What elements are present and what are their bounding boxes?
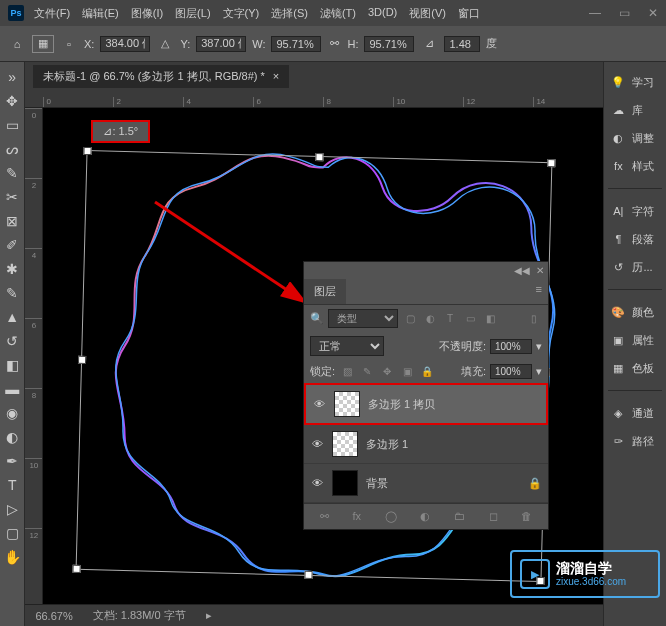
minimize-button[interactable]: — xyxy=(589,6,601,20)
gradient-tool[interactable]: ▬ xyxy=(1,378,23,400)
lock-position-icon[interactable]: ✥ xyxy=(379,365,395,379)
history-brush-tool[interactable]: ↺ xyxy=(1,330,23,352)
expand-icon[interactable]: » xyxy=(1,66,23,88)
menu-image[interactable]: 图像(I) xyxy=(131,6,163,21)
panel-properties[interactable]: ▣属性 xyxy=(608,330,662,350)
panel-paragraph[interactable]: ¶段落 xyxy=(608,229,662,249)
lasso-tool[interactable]: ᔕ xyxy=(1,138,23,160)
tab-close-icon[interactable]: × xyxy=(273,70,279,82)
brush-tool[interactable]: ✎ xyxy=(1,282,23,304)
panel-paths[interactable]: ✑路径 xyxy=(608,431,662,451)
filter-pixel-icon[interactable]: ▢ xyxy=(402,312,418,326)
menu-layer[interactable]: 图层(L) xyxy=(175,6,210,21)
panel-channels[interactable]: ◈通道 xyxy=(608,403,662,423)
layer-row[interactable]: 👁 多边形 1 xyxy=(304,425,548,464)
handle-top-right[interactable] xyxy=(548,159,556,167)
group-icon[interactable]: 🗀 xyxy=(454,510,465,523)
status-chevron-icon[interactable]: ▸ xyxy=(206,609,212,622)
blur-tool[interactable]: ◉ xyxy=(1,402,23,424)
filter-shape-icon[interactable]: ▭ xyxy=(462,312,478,326)
home-icon[interactable]: ⌂ xyxy=(8,35,26,53)
layer-name[interactable]: 背景 xyxy=(366,476,388,491)
layer-row-background[interactable]: 👁 背景 🔒 xyxy=(304,464,548,503)
panel-close-icon[interactable]: ✕ xyxy=(536,265,544,276)
quick-select-tool[interactable]: ✎ xyxy=(1,162,23,184)
adjustment-icon[interactable]: ◐ xyxy=(420,510,430,523)
panel-library[interactable]: ☁库 xyxy=(608,100,662,120)
swap-xy-icon[interactable]: △ xyxy=(156,35,174,53)
panel-character[interactable]: A|字符 xyxy=(608,201,662,221)
new-layer-icon[interactable]: ◻ xyxy=(489,510,498,523)
pen-tool[interactable]: ✒ xyxy=(1,450,23,472)
link-wh-icon[interactable]: ⚯ xyxy=(327,37,341,51)
handle-top-left[interactable] xyxy=(84,147,92,155)
eyedropper-tool[interactable]: ✐ xyxy=(1,234,23,256)
panel-swatches[interactable]: ▦色板 xyxy=(608,358,662,378)
document-tab[interactable]: 未标题-1 @ 66.7% (多边形 1 拷贝, RGB/8#) * × xyxy=(33,65,289,88)
x-input[interactable] xyxy=(100,36,150,52)
w-input[interactable] xyxy=(271,36,321,52)
h-input[interactable] xyxy=(364,36,414,52)
fill-chevron-icon[interactable]: ▾ xyxy=(536,365,542,378)
menu-view[interactable]: 视图(V) xyxy=(409,6,446,21)
visibility-icon[interactable]: 👁 xyxy=(310,477,324,489)
filter-kind-select[interactable]: 类型 xyxy=(328,309,398,328)
lock-all-icon[interactable]: 🔒 xyxy=(419,365,435,379)
dodge-tool[interactable]: ◐ xyxy=(1,426,23,448)
frame-tool[interactable]: ⊠ xyxy=(1,210,23,232)
menu-select[interactable]: 选择(S) xyxy=(271,6,308,21)
close-button[interactable]: ✕ xyxy=(648,6,658,20)
type-tool[interactable]: T xyxy=(1,474,23,496)
filter-adjust-icon[interactable]: ◐ xyxy=(422,312,438,326)
handle-bottom-left[interactable] xyxy=(73,565,81,573)
y-input[interactable] xyxy=(196,36,246,52)
move-tool[interactable]: ✥ xyxy=(1,90,23,112)
menu-edit[interactable]: 编辑(E) xyxy=(82,6,119,21)
menu-3d[interactable]: 3D(D) xyxy=(368,6,397,21)
panel-learn[interactable]: 💡学习 xyxy=(608,72,662,92)
layer-thumb[interactable] xyxy=(332,470,358,496)
reference-point-icon[interactable]: ▫ xyxy=(60,35,78,53)
panel-collapse-icon[interactable]: ◀◀ xyxy=(514,265,530,276)
stamp-tool[interactable]: ▲ xyxy=(1,306,23,328)
marquee-tool[interactable]: ▭ xyxy=(1,114,23,136)
panel-history[interactable]: ↺历... xyxy=(608,257,662,277)
visibility-icon[interactable]: 👁 xyxy=(312,398,326,410)
layer-thumb[interactable] xyxy=(334,391,360,417)
fill-input[interactable] xyxy=(490,364,532,379)
panel-menu-icon[interactable]: ≡ xyxy=(530,279,548,304)
layer-thumb[interactable] xyxy=(332,431,358,457)
opacity-chevron-icon[interactable]: ▾ xyxy=(536,340,542,353)
menu-file[interactable]: 文件(F) xyxy=(34,6,70,21)
maximize-button[interactable]: ▭ xyxy=(619,6,630,20)
panel-style[interactable]: fx样式 xyxy=(608,156,662,176)
panel-adjust[interactable]: ◐调整 xyxy=(608,128,662,148)
zoom-level[interactable]: 66.67% xyxy=(35,610,72,622)
menu-window[interactable]: 窗口 xyxy=(458,6,480,21)
eraser-tool[interactable]: ◧ xyxy=(1,354,23,376)
handle-left-mid[interactable] xyxy=(78,356,86,364)
shape-tool[interactable]: ▢ xyxy=(1,522,23,544)
layer-row-selected[interactable]: 👁 多边形 1 拷贝 xyxy=(304,383,548,425)
delete-layer-icon[interactable]: 🗑 xyxy=(521,510,532,523)
mask-icon[interactable]: ◯ xyxy=(385,510,397,523)
filter-smart-icon[interactable]: ◧ xyxy=(482,312,498,326)
handle-top-mid[interactable] xyxy=(316,153,324,161)
crop-tool[interactable]: ✂ xyxy=(1,186,23,208)
lock-artboard-icon[interactable]: ▣ xyxy=(399,365,415,379)
layer-name[interactable]: 多边形 1 xyxy=(366,437,408,452)
link-layers-icon[interactable]: ⚯ xyxy=(320,510,329,523)
fx-icon[interactable]: fx xyxy=(352,510,361,523)
healing-tool[interactable]: ✱ xyxy=(1,258,23,280)
panel-color[interactable]: 🎨颜色 xyxy=(608,302,662,322)
filter-type-icon[interactable]: T xyxy=(442,312,458,326)
path-select-tool[interactable]: ▷ xyxy=(1,498,23,520)
transform-preset-icon[interactable]: ▦ xyxy=(32,35,54,53)
menu-type[interactable]: 文字(Y) xyxy=(223,6,260,21)
opacity-input[interactable] xyxy=(490,339,532,354)
handle-bottom-mid[interactable] xyxy=(305,571,313,579)
visibility-icon[interactable]: 👁 xyxy=(310,438,324,450)
blend-mode-select[interactable]: 正常 xyxy=(310,336,384,356)
filter-toggle-icon[interactable]: ▯ xyxy=(526,312,542,326)
lock-image-icon[interactable]: ✎ xyxy=(359,365,375,379)
